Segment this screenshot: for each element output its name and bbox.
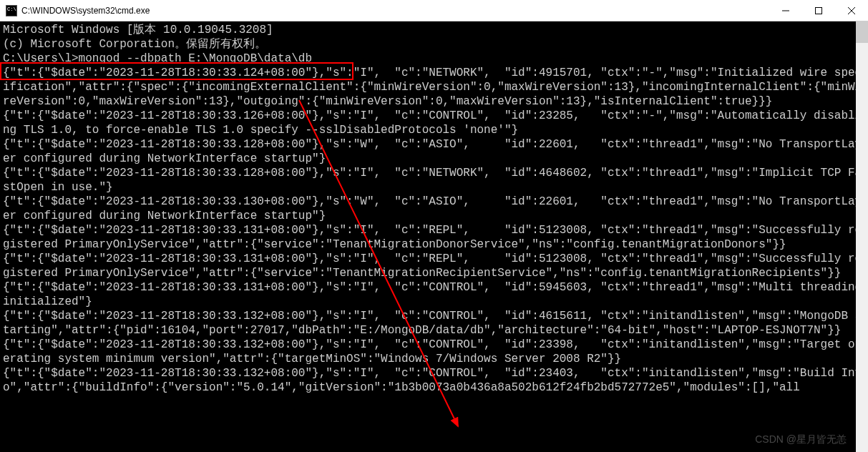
maximize-button[interactable] (802, 0, 835, 21)
window-controls (769, 0, 868, 21)
terminal-line: {"t":{"$date":"2023-11-28T18:30:33.131+0… (3, 223, 865, 252)
terminal-line: {"t":{"$date":"2023-11-28T18:30:33.132+0… (3, 338, 865, 366)
scrollbar-thumb[interactable] (856, 21, 868, 43)
terminal-line: {"t":{"$date":"2023-11-28T18:30:33.128+0… (3, 166, 865, 195)
terminal-line: {"t":{"$date":"2023-11-28T18:30:33.126+0… (3, 109, 865, 137)
minimize-button[interactable] (769, 0, 802, 21)
terminal-line: {"t":{"$date":"2023-11-28T18:30:33.130+0… (3, 195, 865, 223)
vertical-scrollbar[interactable] (856, 21, 868, 452)
terminal-line: {"t":{"$date":"2023-11-28T18:30:33.131+0… (3, 280, 865, 309)
watermark-text: CSDN @星月皆无恙 (755, 433, 847, 446)
terminal-line: {"t":{"$date":"2023-11-28T18:30:33.128+0… (3, 137, 865, 166)
cmd-icon (6, 5, 17, 16)
terminal-line: {"t":{"$date":"2023-11-28T18:30:33.124+0… (3, 66, 865, 109)
terminal-line: Microsoft Windows [版本 10.0.19045.3208] (3, 23, 865, 37)
terminal-line: C:\Users\l>mongod --dbpath E:\MongoDB\da… (3, 51, 865, 66)
window-title: C:\WINDOWS\system32\cmd.exe (21, 6, 769, 16)
close-button[interactable] (835, 0, 868, 21)
terminal-line: (c) Microsoft Corporation。保留所有权利。 (3, 37, 865, 51)
window-titlebar: C:\WINDOWS\system32\cmd.exe (0, 0, 868, 21)
terminal-line: {"t":{"$date":"2023-11-28T18:30:33.132+0… (3, 366, 865, 395)
terminal-line: {"t":{"$date":"2023-11-28T18:30:33.131+0… (3, 252, 865, 280)
svg-rect-1 (816, 7, 822, 14)
terminal-line: {"t":{"$date":"2023-11-28T18:30:33.132+0… (3, 309, 865, 338)
terminal-output[interactable]: Microsoft Windows [版本 10.0.19045.3208](c… (0, 21, 868, 452)
